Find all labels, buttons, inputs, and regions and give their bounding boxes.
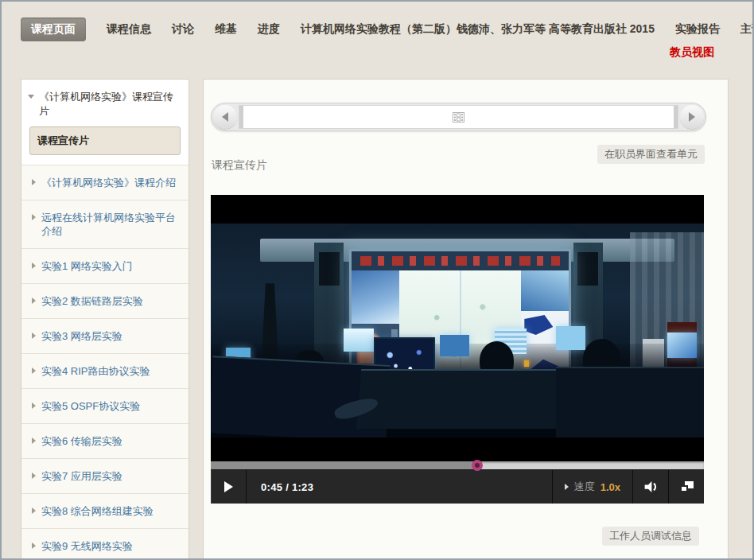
video-frame[interactable] [211, 224, 704, 438]
tab-1[interactable]: 课程信息 [107, 22, 151, 37]
sidebar-item-selected[interactable]: 课程宣传片 [29, 126, 181, 155]
carousel-prev-button[interactable] [213, 105, 237, 129]
time-display: 0:45 / 1:23 [247, 470, 313, 504]
fullscreen-icon [680, 481, 694, 492]
speed-label: 速度 [574, 480, 595, 494]
unit-heading: 课程宣传片 [212, 158, 267, 173]
tab-5[interactable]: 计算机网络实验教程（第二版）钱德沛、张力军等 高等教育出版社 2015 [301, 22, 655, 37]
instructor-view-label[interactable]: 教员视图 [670, 45, 714, 60]
main-content-panel: 在职员界面查看单元 课程宣传片 [203, 79, 729, 560]
controls-spacer [313, 470, 552, 504]
player-controls: 0:45 / 1:23 速度 1.0x [211, 469, 704, 504]
sidebar-item-label: 实验3 网络层实验 [41, 330, 122, 342]
sidebar-item-label: 实验9 无线网络实验 [41, 540, 133, 552]
sidebar-item-list: 《计算机网络实验》课程介绍远程在线计算机网络实验平台介绍实验1 网络实验入门实验… [21, 165, 188, 560]
chevron-right-icon [32, 402, 36, 409]
course-page: 课程页面课程信息讨论维基进度计算机网络实验教程（第二版）钱德沛、张力军等 高等教… [0, 0, 754, 560]
sidebar-item[interactable]: 实验9 无线网络实验 [21, 528, 188, 560]
sidebar-item-label: 实验5 OSPF协议实验 [41, 400, 140, 412]
course-sidebar: 《计算机网络实验》课程宣传片 课程宣传片 《计算机网络实验》课程介绍远程在线计算… [21, 79, 189, 560]
chevron-right-icon [32, 438, 36, 444]
chevron-right-icon [32, 332, 36, 339]
sidebar-item[interactable]: 实验2 数据链路层实验 [21, 283, 188, 318]
arrow-left-icon [222, 112, 228, 122]
chevron-right-icon [32, 214, 36, 220]
sidebar-item[interactable]: 实验1 网络实验入门 [21, 248, 188, 283]
chevron-right-icon [32, 508, 36, 514]
sidebar-item[interactable]: 实验3 网络层实验 [21, 318, 188, 353]
sidebar-item[interactable]: 实验4 RIP路由协议实验 [21, 353, 188, 388]
sidebar-section-title: 《计算机网络实验》课程宣传片 [39, 91, 173, 117]
seek-handle[interactable] [472, 460, 483, 471]
sidebar-item-label: 实验1 网络实验入门 [41, 260, 133, 272]
sidebar-item[interactable]: 实验5 OSPF协议实验 [21, 388, 188, 423]
sidebar-item-label: 实验6 传输层实验 [41, 435, 122, 447]
sidebar-item[interactable]: 《计算机网络实验》课程介绍 [21, 165, 188, 200]
sidebar-item[interactable]: 实验6 传输层实验 [21, 423, 188, 458]
carousel-next-button[interactable] [680, 105, 704, 129]
chevron-down-icon [28, 95, 34, 99]
chevron-right-icon [32, 472, 36, 479]
sidebar-item[interactable]: 远程在线计算机网络实验平台介绍 [21, 200, 188, 248]
play-button[interactable] [211, 470, 247, 504]
sidebar-item[interactable]: 实验8 综合网络组建实验 [21, 493, 188, 528]
video-player: 0:45 / 1:23 速度 1.0x [211, 195, 704, 504]
sidebar-item-label: 远程在线计算机网络实验平台介绍 [41, 212, 176, 237]
seek-bar[interactable] [211, 461, 704, 469]
chevron-right-icon [32, 368, 36, 374]
letterbox-top [211, 195, 704, 224]
sidebar-item-label: 实验8 综合网络组建实验 [41, 505, 154, 517]
arrow-right-icon [689, 112, 695, 122]
sidebar-item-label: 实验4 RIP路由协议实验 [41, 365, 150, 377]
tab-7[interactable]: 主讲教师 [740, 22, 754, 37]
sidebar-section-toggle[interactable]: 《计算机网络实验》课程宣传片 [29, 90, 181, 119]
unit-carousel [211, 103, 706, 131]
sidebar-item-label: 实验7 应用层实验 [41, 470, 122, 482]
chevron-right-icon [32, 262, 36, 269]
chevron-right-icon [32, 179, 36, 185]
tab-6[interactable]: 实验报告 [675, 22, 720, 37]
speed-control[interactable]: 速度 1.0x [552, 470, 632, 504]
tab-2[interactable]: 讨论 [172, 22, 194, 37]
sidebar-item-label: 实验2 数据链路层实验 [41, 295, 143, 307]
top-navigation: 课程页面课程信息讨论维基进度计算机网络实验教程（第二版）钱德沛、张力军等 高等教… [21, 18, 737, 41]
carousel-strip[interactable] [239, 105, 678, 129]
staff-debug-button[interactable]: 工作人员调试信息 [602, 527, 699, 546]
film-icon [453, 112, 464, 122]
sidebar-item-label: 《计算机网络实验》课程介绍 [41, 177, 176, 189]
play-icon [224, 481, 233, 492]
chevron-right-icon [565, 484, 569, 490]
tab-3[interactable]: 维基 [215, 22, 237, 37]
sidebar-expanded-section: 《计算机网络实验》课程宣传片 课程宣传片 [21, 80, 188, 165]
letterbox-bottom [211, 438, 704, 461]
volume-icon [643, 480, 659, 494]
speed-value: 1.0x [600, 481, 620, 493]
sidebar-item[interactable]: 实验7 应用层实验 [21, 458, 188, 493]
volume-button[interactable] [632, 470, 668, 504]
seek-bar-played [211, 461, 477, 469]
chevron-right-icon [32, 542, 36, 549]
fullscreen-button[interactable] [668, 470, 704, 504]
tab-0[interactable]: 课程页面 [21, 18, 86, 41]
tab-4[interactable]: 进度 [258, 22, 280, 37]
staff-view-unit-button[interactable]: 在职员界面查看单元 [597, 145, 705, 164]
chevron-right-icon [32, 298, 36, 304]
